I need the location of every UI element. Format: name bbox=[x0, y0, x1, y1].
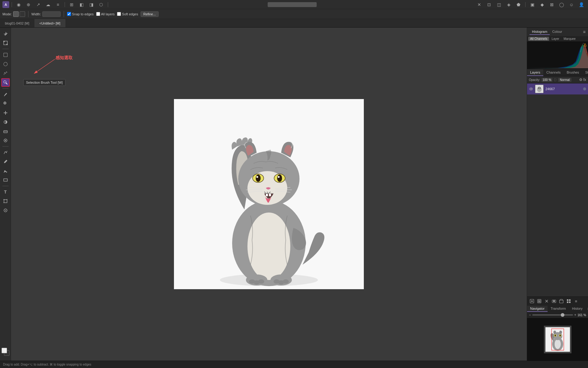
add-adjustment-btn[interactable]: fx bbox=[536, 298, 542, 304]
colour-tab[interactable]: Colour bbox=[550, 29, 564, 35]
menu-icon-t2[interactable]: ◧ bbox=[77, 1, 86, 8]
layer-item-24667[interactable]: 24667 bbox=[527, 83, 588, 94]
blur-tool-btn[interactable] bbox=[1, 136, 10, 145]
menu-icon-r6[interactable]: ◆ bbox=[538, 1, 546, 8]
brushes-tab-btn[interactable]: Brushes bbox=[564, 69, 582, 76]
layers-more-options[interactable]: ≡ bbox=[573, 298, 579, 304]
opacity-value[interactable]: 100 % bbox=[541, 78, 552, 82]
stock-tab-btn[interactable]: Stock bbox=[582, 69, 588, 76]
menu-icon-cloud[interactable]: ☁ bbox=[44, 1, 52, 8]
svg-point-7 bbox=[4, 81, 6, 83]
navigator-tab-btn[interactable]: Navigator bbox=[527, 306, 548, 312]
app-logo[interactable]: A bbox=[2, 1, 9, 8]
mode-option-2[interactable] bbox=[20, 11, 25, 17]
navigator-preview[interactable] bbox=[527, 318, 588, 361]
histogram-warning-icon: ⚠ bbox=[583, 42, 587, 47]
transform-tab-btn[interactable]: Transform bbox=[548, 306, 569, 312]
text-btn[interactable]: T bbox=[1, 188, 10, 196]
marquee-tab[interactable]: Marquee bbox=[562, 37, 577, 41]
menu-icon-close[interactable]: ✕ bbox=[475, 1, 484, 8]
menu-icon-r5[interactable]: ▣ bbox=[528, 1, 537, 8]
histogram-tab[interactable]: Histogram bbox=[530, 29, 550, 35]
marquee-tool-btn[interactable] bbox=[1, 51, 10, 59]
menu-icon-snap[interactable]: ⊡ bbox=[485, 1, 493, 8]
refine-button[interactable]: Refine... bbox=[141, 11, 159, 17]
menu-icon-t1[interactable]: ⊞ bbox=[67, 1, 76, 8]
layer-grid-btn[interactable] bbox=[566, 298, 572, 304]
menu-icon-r7[interactable]: ⊠ bbox=[548, 1, 556, 8]
navigator-panel: Navigator Transform History ≡ − + 161 % bbox=[527, 305, 588, 361]
menu-icon-r8[interactable]: ◯ bbox=[557, 1, 566, 8]
zoom-thumb[interactable] bbox=[561, 313, 564, 317]
selection-brush-tool-btn[interactable] bbox=[1, 78, 10, 87]
new-group-btn[interactable] bbox=[558, 298, 564, 304]
layer-tab[interactable]: Layer bbox=[550, 37, 561, 41]
freehand-select-btn[interactable] bbox=[1, 69, 10, 78]
mask-btn[interactable] bbox=[551, 298, 557, 304]
menu-bar: A ◉ ⊕ ↗ ☁ ≡ ⊞ ◧ ◨ ⬡ <Untitled> (161.0%) … bbox=[0, 0, 588, 9]
ellipse-select-btn[interactable] bbox=[1, 60, 10, 68]
all-layers-checkbox[interactable]: All layers bbox=[96, 12, 115, 16]
menu-icon-select[interactable]: ↗ bbox=[34, 1, 43, 8]
layer-visibility-icon[interactable] bbox=[529, 87, 533, 91]
document-title-input[interactable]: <Untitled> (161.0%) bbox=[268, 2, 317, 7]
layers-fx-icon[interactable]: fx bbox=[583, 78, 586, 82]
menu-icon-file[interactable]: ⊕ bbox=[24, 1, 33, 8]
eyedropper-btn[interactable] bbox=[1, 157, 10, 166]
menu-icon-r9[interactable]: ☺ bbox=[567, 1, 576, 8]
opacity-arrows[interactable]: ⟨⟩ bbox=[554, 78, 557, 82]
menu-icon-affinity[interactable]: ◉ bbox=[14, 1, 23, 8]
mode-option-1[interactable] bbox=[13, 11, 19, 17]
canvas-content[interactable] bbox=[174, 99, 364, 289]
fill-btn[interactable] bbox=[1, 167, 10, 175]
heal-brush-btn[interactable] bbox=[1, 109, 10, 117]
foreground-color-swatch[interactable] bbox=[2, 348, 7, 353]
layers-tab-btn[interactable]: Layers bbox=[527, 69, 543, 76]
menu-icon-r4[interactable]: ⬟ bbox=[514, 1, 523, 8]
pen-tool-btn[interactable] bbox=[1, 148, 10, 157]
histogram-more-btn[interactable]: ≡ bbox=[583, 29, 586, 34]
svg-point-32 bbox=[247, 213, 290, 280]
navigator-more-btn[interactable]: ≡ bbox=[586, 306, 588, 312]
layers-panel: Layers Channels Brushes Stock ≡ Opacity:… bbox=[527, 69, 588, 305]
move-tool-btn[interactable] bbox=[1, 29, 10, 38]
all-channels-tab[interactable]: All Channels bbox=[528, 37, 549, 41]
menu-icon-layers-r[interactable]: ◫ bbox=[495, 1, 503, 8]
menu-icon-t4[interactable]: ⬡ bbox=[97, 1, 105, 8]
layers-gear-icon[interactable]: ⚙ bbox=[579, 78, 582, 82]
zoom-out-btn[interactable]: − bbox=[529, 313, 531, 317]
menu-icon-more[interactable]: ≡ bbox=[54, 1, 62, 8]
artboard-btn[interactable] bbox=[1, 197, 10, 205]
clone-brush-btn[interactable] bbox=[1, 99, 10, 108]
menu-icon-t3[interactable]: ◨ bbox=[87, 1, 96, 8]
tab-untitled[interactable]: <Untitled> [M] bbox=[35, 19, 66, 27]
eraser-btn[interactable] bbox=[1, 127, 10, 136]
svg-point-37 bbox=[256, 176, 258, 178]
snap-to-edges-checkbox[interactable]: Snap to edges bbox=[67, 12, 94, 16]
delete-layer-btn[interactable] bbox=[544, 298, 550, 304]
transform-tool-btn[interactable] bbox=[1, 39, 10, 47]
soft-edges-checkbox[interactable]: Soft edges bbox=[117, 12, 138, 16]
svg-rect-77 bbox=[567, 299, 568, 301]
width-input[interactable]: 27 px bbox=[42, 11, 61, 17]
tool-sep-4 bbox=[2, 186, 9, 186]
add-layer-btn[interactable] bbox=[529, 298, 535, 304]
tab-blog01[interactable]: blog01-0402 [M] bbox=[0, 19, 35, 27]
channels-tab-btn[interactable]: Channels bbox=[543, 69, 564, 76]
menu-icon-r3[interactable]: ◈ bbox=[504, 1, 513, 8]
shape-btn[interactable] bbox=[1, 176, 10, 184]
svg-point-36 bbox=[256, 174, 261, 182]
document-tabs: blog01-0402 [M] <Untitled> [M] bbox=[0, 19, 588, 28]
compass-btn[interactable] bbox=[1, 206, 10, 215]
dodge-burn-btn[interactable] bbox=[1, 118, 10, 126]
zoom-slider[interactable] bbox=[532, 314, 573, 316]
paint-brush-btn[interactable] bbox=[1, 90, 10, 99]
histogram-tabs: Histogram Colour bbox=[530, 29, 565, 35]
svg-point-75 bbox=[553, 300, 555, 302]
svg-point-58 bbox=[283, 279, 289, 284]
menu-icon-person[interactable]: 👤 bbox=[577, 1, 586, 8]
history-tab-btn[interactable]: History bbox=[569, 306, 586, 312]
blend-mode-selector[interactable]: Normal bbox=[558, 78, 571, 82]
zoom-in-btn[interactable]: + bbox=[574, 313, 576, 317]
histogram-panel: Histogram Colour ≡ All Channels Layer Ma… bbox=[527, 28, 588, 69]
